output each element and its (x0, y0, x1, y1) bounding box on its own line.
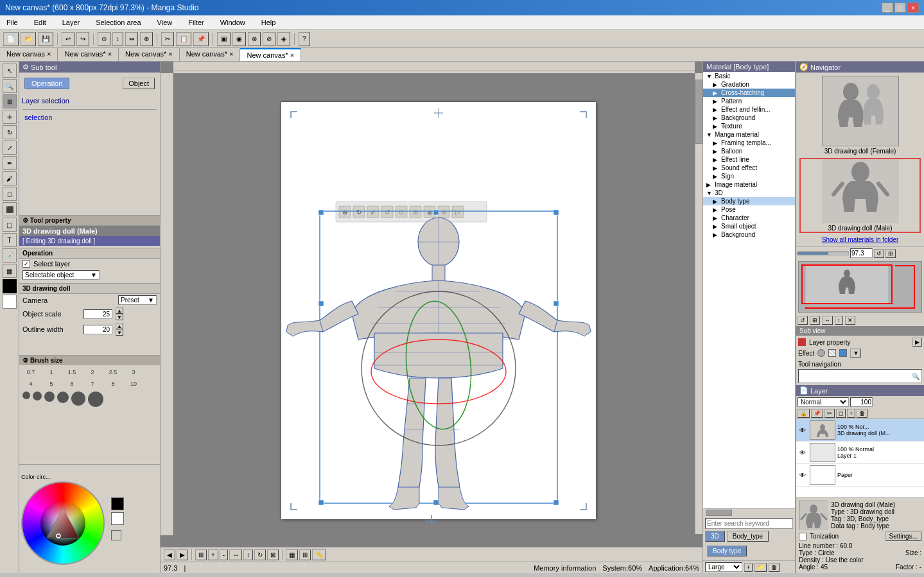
tool-select[interactable]: ▢ (3, 218, 17, 232)
material-hscroll[interactable] (703, 508, 795, 516)
brush-sample-15[interactable] (33, 392, 42, 400)
zoom-slider[interactable] (798, 252, 849, 255)
tab-1[interactable]: New canvas* × (58, 48, 119, 61)
tb-btn4[interactable]: ⊕ (140, 32, 153, 46)
vertical-scrollbar[interactable] (695, 73, 702, 534)
reset-btn[interactable]: ⊠ (267, 549, 279, 560)
menu-window[interactable]: Window (217, 17, 248, 28)
tree-cross-hatching[interactable]: ▶ Cross-hatching (703, 89, 795, 97)
nav-tool5[interactable]: ✕ (845, 316, 855, 325)
color-foreground[interactable] (3, 279, 17, 293)
window-controls[interactable]: _ □ × (882, 3, 919, 13)
tool-scale[interactable]: ⤢ (3, 141, 17, 155)
layer-paper-eye[interactable]: 👁 (798, 470, 808, 480)
effect-circle-btn[interactable] (817, 349, 825, 357)
tab-4[interactable]: New canvas* × (240, 48, 301, 61)
show-all-link[interactable]: Show all materials in folder (799, 236, 921, 243)
tree-gradation[interactable]: ▶ Gradation (703, 80, 795, 89)
layer-lock-btn[interactable]: 🔒 (798, 409, 810, 418)
tree-effect-felling[interactable]: ▶ Effect and fellin... (703, 105, 795, 114)
menu-file[interactable]: File (3, 17, 21, 28)
undo-btn[interactable]: ↩ (62, 32, 74, 46)
tree-effect-line[interactable]: ▶ Effect line (703, 155, 795, 164)
tool-pen[interactable]: ✒ (3, 156, 17, 170)
flip-v-btn[interactable]: ↕ (243, 549, 253, 560)
vscroll-thumb[interactable] (695, 80, 702, 144)
tab-0[interactable]: New canvas × (0, 48, 58, 61)
tb-select2[interactable]: ◉ (232, 32, 246, 46)
menu-filter[interactable]: Filter (185, 17, 207, 28)
scale-up-btn[interactable]: ▲ (116, 307, 123, 314)
female-doll-preview[interactable] (822, 76, 899, 146)
tonization-checkbox[interactable] (799, 533, 806, 540)
opacity-input[interactable] (850, 397, 873, 407)
menu-view[interactable]: View (154, 17, 176, 28)
brush-size-1[interactable]: 1 (42, 367, 61, 377)
tool-arrow[interactable]: ↖ (3, 64, 17, 78)
close-button[interactable]: × (907, 3, 919, 13)
foreground-swatch[interactable] (111, 497, 124, 510)
zoom-out-btn[interactable]: - (220, 549, 228, 560)
brush-size-11[interactable]: 10 (124, 379, 143, 389)
tool-3d[interactable]: ⊞ (3, 94, 17, 108)
brush-size-6[interactable]: 4 (21, 379, 40, 389)
tab-2[interactable]: New canvas* × (119, 48, 180, 61)
flip-h-btn[interactable]: ↔ (229, 549, 242, 560)
brush-sample-25[interactable] (71, 392, 85, 406)
tool-rotate[interactable]: ↻ (3, 125, 17, 139)
nav-tool2[interactable]: ⊞ (810, 316, 820, 325)
tag-3d-btn[interactable]: 3D (705, 531, 725, 542)
tree-pattern[interactable]: ▶ Pattern (703, 97, 795, 105)
layer-mask-btn[interactable]: ◻ (836, 409, 846, 418)
scale-down-btn[interactable]: ▼ (116, 314, 123, 320)
tree-body-type[interactable]: ▶ Body type (703, 197, 795, 205)
transparent-swatch[interactable] (111, 530, 121, 540)
brush-size-0[interactable]: 0.7 (21, 367, 40, 377)
brush-size-4[interactable]: 2.5 (103, 367, 123, 377)
redo-btn[interactable]: ↪ (76, 32, 89, 46)
help-btn[interactable]: ? (299, 32, 310, 46)
color-background[interactable] (3, 295, 17, 309)
tb-select3[interactable]: ⊗ (248, 32, 261, 46)
brush-size-2[interactable]: 1.5 (62, 367, 82, 377)
effect-pattern-btn[interactable] (828, 349, 836, 357)
search-input[interactable] (705, 518, 793, 529)
brush-size-10[interactable]: 8 (103, 379, 123, 389)
hscroll-thumb[interactable] (706, 510, 732, 516)
tree-texture[interactable]: ▶ Texture (703, 122, 795, 130)
next-frame-btn[interactable]: ▶ (177, 549, 188, 560)
layer-item-paper[interactable]: 👁 Paper (796, 464, 924, 487)
menu-layer[interactable]: Layer (59, 17, 83, 28)
nav-map[interactable] (798, 261, 922, 313)
outline-up-btn[interactable]: ▲ (116, 323, 123, 329)
layer-new-btn[interactable]: + (847, 409, 855, 418)
tool-brush[interactable]: 🖌 (3, 171, 17, 185)
brush-size-7[interactable]: 5 (42, 379, 61, 389)
body-type-footer-btn[interactable]: Body type (707, 546, 747, 556)
tag-body-btn[interactable]: Body_type (727, 531, 769, 542)
menu-help[interactable]: Help (258, 17, 279, 28)
outline-width-input[interactable] (83, 325, 112, 334)
grid-btn[interactable]: ⊞ (299, 549, 311, 560)
zoom-fit-btn[interactable]: ⊞ (885, 249, 896, 258)
background-swatch[interactable] (111, 512, 124, 525)
object-button[interactable]: Object (123, 78, 155, 89)
tool-move[interactable]: ✛ (3, 110, 17, 124)
layer-1-eye[interactable]: 👁 (798, 447, 808, 458)
settings-btn[interactable]: Settings... (885, 531, 921, 541)
ruler-toggle-btn[interactable]: 📏 (312, 549, 326, 560)
tree-3d[interactable]: ▼ 3D (703, 189, 795, 197)
tree-background-3d[interactable]: ▶ Background (703, 230, 795, 239)
color-wheel[interactable] (21, 481, 105, 565)
tree-sound-effect[interactable]: ▶ Sound effect (703, 164, 795, 172)
open-btn[interactable]: 📂 (21, 32, 36, 46)
prev-frame-btn[interactable]: ◀ (164, 549, 175, 560)
tree-framing[interactable]: ▶ Framing templa... (703, 139, 795, 147)
brush-size-3[interactable]: 2 (83, 367, 102, 377)
preset-select[interactable]: Preset ▼ (118, 295, 157, 305)
layer-3d-eye[interactable]: 👁 (798, 425, 808, 435)
tree-background-basic[interactable]: ▶ Background (703, 114, 795, 122)
effect-color-btn[interactable] (839, 349, 847, 357)
tb-select5[interactable]: ◈ (277, 32, 290, 46)
zoom-in-btn[interactable]: + (208, 549, 218, 560)
